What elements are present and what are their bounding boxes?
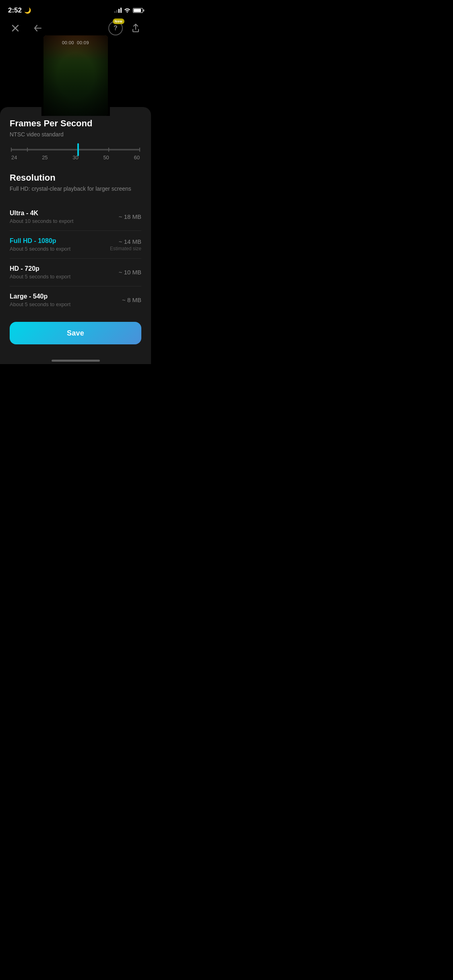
wifi-icon bbox=[124, 8, 130, 14]
res-info-720p: HD - 720p About 5 seconds to export bbox=[10, 265, 70, 280]
res-info-1080p: Full HD - 1080p About 5 seconds to expor… bbox=[10, 237, 70, 252]
save-btn-container: Save bbox=[10, 314, 141, 356]
fps-label-60: 60 bbox=[134, 154, 140, 161]
res-mb-540p: ~ 8 MB bbox=[122, 296, 141, 303]
video-thumbnail: 00:00 00:09 bbox=[43, 35, 108, 116]
resolution-subtitle: Full HD: crystal-clear playback for larg… bbox=[10, 185, 141, 192]
time-display: 2:52 bbox=[8, 6, 22, 14]
tick-25 bbox=[27, 148, 28, 152]
res-size-540p: ~ 8 MB bbox=[122, 296, 141, 304]
fps-label-50: 50 bbox=[103, 154, 109, 161]
home-indicator bbox=[0, 356, 151, 364]
status-icons bbox=[114, 8, 143, 14]
res-size-4k: ~ 18 MB bbox=[119, 213, 141, 221]
resolution-title: Resolution bbox=[10, 173, 141, 183]
fps-label-24: 24 bbox=[11, 154, 17, 161]
fps-slider-container: 24 25 30 50 60 bbox=[10, 149, 141, 161]
nav-right: New ? bbox=[108, 21, 143, 35]
res-name-720p: HD - 720p bbox=[10, 265, 70, 272]
res-desc-1080p: About 5 seconds to export bbox=[10, 246, 70, 252]
video-preview: 00:00 00:09 bbox=[41, 35, 110, 116]
res-name-4k: Ultra - 4K bbox=[10, 210, 73, 217]
tick-60 bbox=[139, 148, 140, 152]
fps-slider-track[interactable] bbox=[11, 149, 140, 150]
res-desc-720p: About 5 seconds to export bbox=[10, 274, 70, 280]
fps-label-25: 25 bbox=[42, 154, 48, 161]
res-mb-4k: ~ 18 MB bbox=[119, 213, 141, 220]
tick-50 bbox=[108, 148, 109, 152]
help-button[interactable]: New ? bbox=[108, 21, 123, 35]
fps-slider-labels: 24 25 30 50 60 bbox=[11, 154, 140, 161]
close-button[interactable] bbox=[8, 21, 23, 35]
bottom-sheet: Frames Per Second NTSC video standard 24… bbox=[0, 107, 151, 356]
resolution-list: Ultra - 4K About 10 seconds to export ~ … bbox=[10, 203, 141, 314]
nav-bar: 00:00 00:09 New ? bbox=[0, 18, 151, 39]
fps-section: Frames Per Second NTSC video standard 24… bbox=[10, 118, 141, 161]
tick-24 bbox=[11, 148, 12, 152]
battery-icon bbox=[133, 8, 143, 13]
video-timecode: 00:00 00:09 bbox=[62, 40, 89, 45]
status-bar: 2:52 🌙 bbox=[0, 0, 151, 18]
back-button[interactable] bbox=[31, 21, 45, 35]
res-est-1080p: Estimated size bbox=[110, 246, 141, 251]
resolution-item-540p[interactable]: Large - 540p About 5 seconds to export ~… bbox=[10, 286, 141, 314]
fps-title: Frames Per Second bbox=[10, 118, 141, 129]
resolution-section: Resolution Full HD: crystal-clear playba… bbox=[10, 173, 141, 314]
fps-slider-thumb[interactable] bbox=[77, 143, 79, 156]
res-desc-540p: About 5 seconds to export bbox=[10, 301, 70, 307]
res-info-4k: Ultra - 4K About 10 seconds to export bbox=[10, 210, 73, 224]
resolution-item-1080p[interactable]: Full HD - 1080p About 5 seconds to expor… bbox=[10, 231, 141, 259]
res-mb-1080p: ~ 14 MB bbox=[110, 238, 141, 245]
new-badge: New bbox=[113, 19, 124, 24]
resolution-item-720p[interactable]: HD - 720p About 5 seconds to export ~ 10… bbox=[10, 259, 141, 286]
resolution-item-4k[interactable]: Ultra - 4K About 10 seconds to export ~ … bbox=[10, 203, 141, 231]
save-button[interactable]: Save bbox=[10, 322, 141, 344]
status-time: 2:52 🌙 bbox=[8, 6, 31, 14]
fps-slider-fill bbox=[11, 149, 78, 150]
res-info-540p: Large - 540p About 5 seconds to export bbox=[10, 293, 70, 307]
signal-icon bbox=[114, 8, 122, 13]
moon-icon: 🌙 bbox=[24, 7, 31, 14]
res-name-1080p: Full HD - 1080p bbox=[10, 237, 70, 245]
res-desc-4k: About 10 seconds to export bbox=[10, 218, 73, 224]
fps-subtitle: NTSC video standard bbox=[10, 131, 141, 138]
res-size-1080p: ~ 14 MB Estimated size bbox=[110, 238, 141, 251]
share-button[interactable] bbox=[128, 21, 143, 35]
question-mark-icon: ? bbox=[114, 25, 118, 32]
res-mb-720p: ~ 10 MB bbox=[119, 269, 141, 276]
res-name-540p: Large - 540p bbox=[10, 293, 70, 300]
home-bar bbox=[52, 360, 100, 362]
res-size-720p: ~ 10 MB bbox=[119, 269, 141, 276]
nav-left bbox=[8, 21, 45, 35]
